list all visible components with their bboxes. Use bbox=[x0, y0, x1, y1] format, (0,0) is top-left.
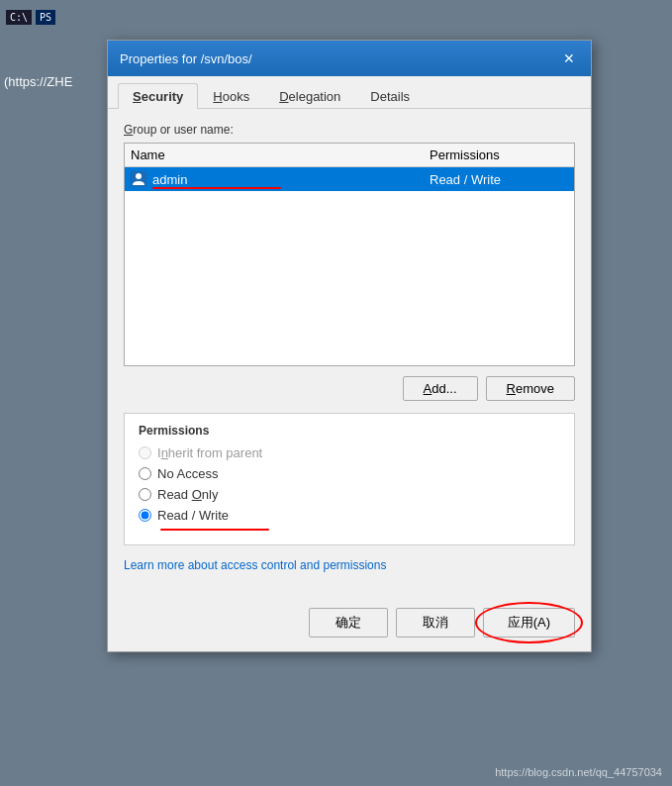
permissions-title: Permissions bbox=[139, 424, 560, 438]
col-perms-header: Permissions bbox=[430, 147, 568, 162]
bg-title: (https://ZHE bbox=[0, 74, 72, 89]
radio-readwrite-input[interactable] bbox=[139, 509, 151, 522]
ok-button[interactable]: 确定 bbox=[309, 608, 388, 638]
group-label: Group or user name: bbox=[124, 123, 575, 137]
apply-btn-wrap: 应用(A) bbox=[483, 608, 575, 638]
radio-readonly-label: Read Only bbox=[157, 487, 218, 502]
radio-inherit: Inherit from parent bbox=[139, 445, 560, 460]
dialog-footer: 确定 取消 应用(A) bbox=[108, 600, 591, 651]
radio-noaccess-input[interactable] bbox=[139, 467, 151, 480]
dialog-body: Group or user name: Name Permissions adm… bbox=[108, 109, 591, 600]
permissions-group: Permissions Inherit from parent No Acces… bbox=[124, 413, 575, 545]
remove-button[interactable]: Remove bbox=[486, 376, 575, 401]
red-underline-annotation bbox=[152, 187, 281, 189]
close-button[interactable]: ✕ bbox=[559, 49, 579, 68]
radio-inherit-label: Inherit from parent bbox=[157, 445, 262, 460]
dialog-title: Properties for /svn/bos/ bbox=[120, 51, 252, 66]
tab-delegation[interactable]: Delegation bbox=[264, 83, 355, 109]
red-underline-readwrite bbox=[160, 529, 560, 531]
cancel-button[interactable]: 取消 bbox=[396, 608, 475, 638]
user-icon bbox=[131, 171, 146, 187]
watermark: https://blog.csdn.net/qq_44757034 bbox=[495, 766, 662, 778]
add-remove-row: Add... Remove bbox=[124, 376, 575, 401]
cmd-icon: C:\ bbox=[6, 10, 32, 25]
radio-readonly-input[interactable] bbox=[139, 488, 151, 501]
radio-inherit-input[interactable] bbox=[139, 446, 151, 459]
svg-point-1 bbox=[136, 173, 142, 179]
apply-button[interactable]: 应用(A) bbox=[483, 608, 575, 638]
powershell-icon: PS bbox=[36, 10, 55, 25]
table-row[interactable]: admin Read / Write bbox=[125, 167, 574, 191]
user-name: admin bbox=[152, 172, 430, 187]
tab-bar: Security Hooks Delegation Details bbox=[108, 76, 591, 109]
table-body: admin Read / Write bbox=[125, 167, 574, 365]
add-button[interactable]: Add... bbox=[403, 376, 478, 401]
tab-details[interactable]: Details bbox=[355, 83, 425, 109]
learn-more-row: Learn more about access control and perm… bbox=[124, 557, 575, 572]
radio-readonly: Read Only bbox=[139, 487, 560, 502]
title-bar: Properties for /svn/bos/ ✕ bbox=[108, 41, 591, 76]
radio-noaccess: No Access bbox=[139, 466, 560, 481]
radio-readwrite-label: Read / Write bbox=[157, 508, 229, 523]
radio-noaccess-label: No Access bbox=[157, 466, 218, 481]
taskbar: C:\ PS bbox=[0, 0, 99, 35]
learn-more-link[interactable]: Learn more about access control and perm… bbox=[124, 558, 386, 572]
table-header: Name Permissions bbox=[125, 144, 574, 167]
tab-security[interactable]: Security bbox=[118, 83, 198, 109]
col-name-header: Name bbox=[131, 147, 430, 162]
user-table: Name Permissions admin Read / Write bbox=[124, 143, 575, 366]
properties-dialog: Properties for /svn/bos/ ✕ Security Hook… bbox=[107, 40, 592, 652]
radio-readwrite: Read / Write bbox=[139, 508, 560, 523]
user-permission: Read / Write bbox=[430, 172, 568, 187]
tab-hooks[interactable]: Hooks bbox=[198, 83, 264, 109]
